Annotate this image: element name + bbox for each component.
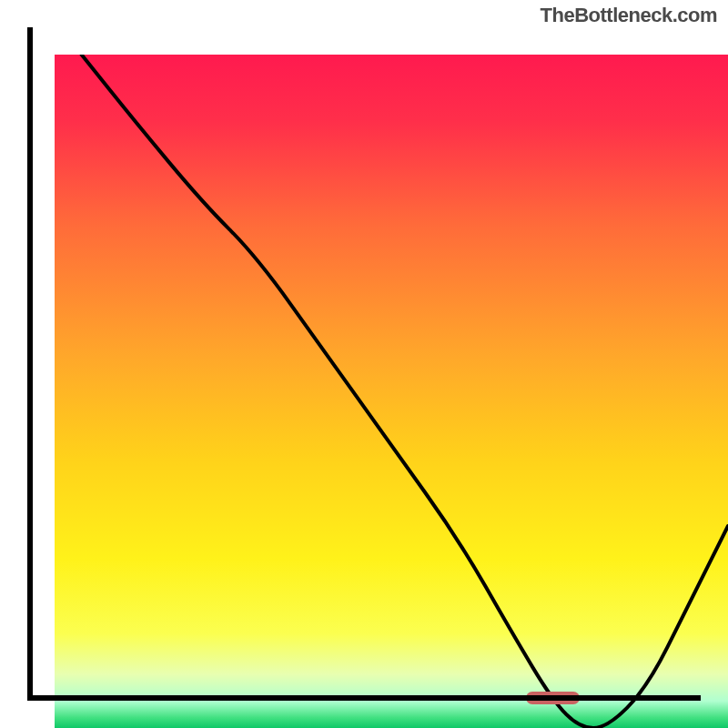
y-axis: [27, 27, 33, 701]
plot-area: [27, 27, 701, 701]
x-axis: [27, 695, 701, 701]
watermark-text: TheBottleneck.com: [541, 4, 717, 27]
chart-container: TheBottleneck.com: [0, 0, 728, 728]
plot-svg: [55, 55, 728, 728]
gradient-rect: [55, 55, 728, 728]
